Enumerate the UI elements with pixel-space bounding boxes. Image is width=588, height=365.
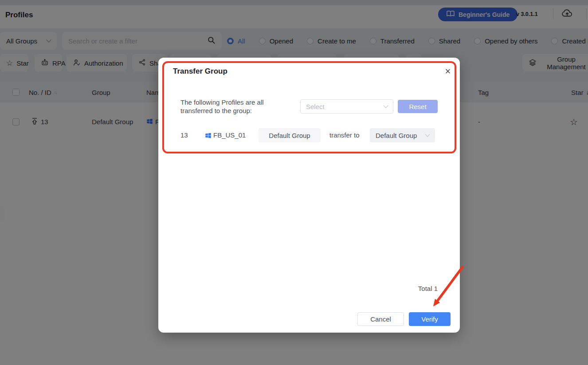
- item-name: FB_US_01: [213, 131, 246, 139]
- reset-button[interactable]: Reset: [398, 100, 438, 113]
- target-group-value: Default Group: [376, 132, 417, 139]
- transfer-group-modal: Transfer Group × The following Profiles …: [158, 58, 460, 333]
- modal-description: The following Profiles are all transferr…: [180, 98, 264, 115]
- close-icon[interactable]: ×: [441, 65, 455, 78]
- target-group-dropdown[interactable]: Default Group: [370, 128, 435, 142]
- transfer-to-label: transfer to: [329, 131, 360, 139]
- current-group-box: Default Group: [259, 128, 321, 142]
- transfer-item-row: 13 FB_US_01 Default Group transfer to De…: [158, 128, 460, 143]
- item-no: 13: [180, 131, 188, 139]
- app-window: Profiles Beginner's Guide v 3.0.1.1 All …: [0, 0, 588, 365]
- chevron-down-icon: [425, 132, 430, 137]
- current-group-label: Default Group: [269, 132, 310, 139]
- windows-icon: [205, 132, 212, 140]
- target-group-select[interactable]: Select: [300, 99, 393, 114]
- total-count: Total 1: [418, 285, 438, 292]
- description-line-2: transferred to the group:: [180, 106, 264, 115]
- verify-button[interactable]: Verify: [409, 312, 451, 326]
- modal-title: Transfer Group: [173, 67, 227, 76]
- select-placeholder: Select: [306, 103, 325, 110]
- description-line-1: The following Profiles are all: [180, 98, 264, 106]
- chevron-down-icon: [383, 103, 388, 108]
- cancel-button[interactable]: Cancel: [357, 312, 404, 326]
